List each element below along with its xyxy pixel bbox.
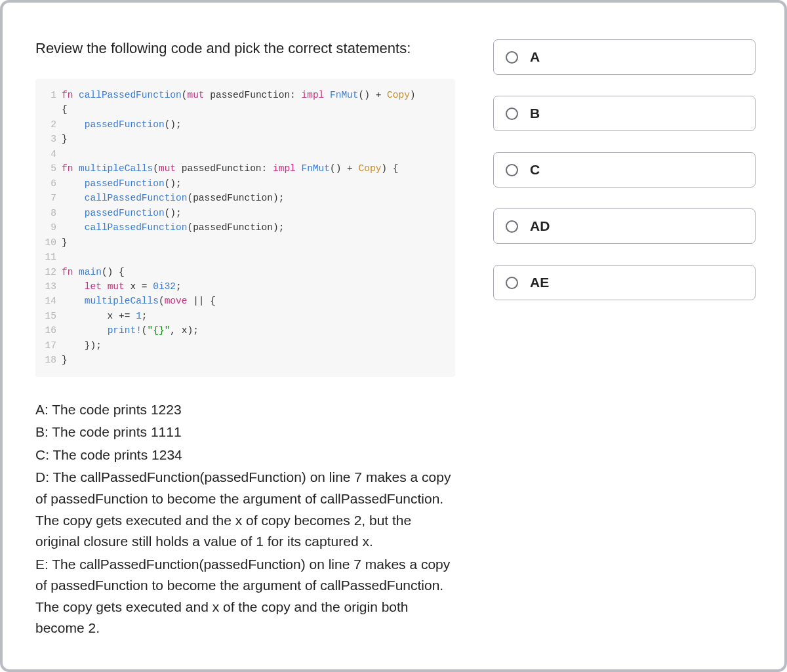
options-pane: A B C AD AE [493,35,756,643]
option-label: AE [530,275,549,290]
option-label: B [530,106,540,121]
option-label: C [530,162,540,178]
statement: A: The code prints 1223 [35,399,455,421]
question-pane: Review the following code and pick the c… [35,35,455,643]
option-c[interactable]: C [493,152,756,188]
option-b[interactable]: B [493,96,756,131]
question-text: Review the following code and pick the c… [35,38,455,59]
quiz-card: Review the following code and pick the c… [0,0,787,672]
radio-icon [506,164,518,176]
radio-icon [506,51,518,64]
statement: C: The code prints 1234 [35,445,455,466]
option-a[interactable]: A [493,39,756,75]
statement: B: The code prints 1111 [35,422,455,443]
answer-statements: A: The code prints 1223B: The code print… [35,399,455,639]
statement: D: The callPassedFunction(passedFunction… [35,467,455,552]
option-label: A [530,49,540,65]
code-block: 1fn callPassedFunction(mut passedFunctio… [35,79,455,377]
radio-icon [506,108,518,120]
option-label: AD [530,218,550,234]
radio-icon [506,220,518,233]
option-ad[interactable]: AD [493,208,756,244]
option-ae[interactable]: AE [493,265,756,300]
radio-icon [506,277,518,289]
statement: E: The callPassedFunction(passedFunction… [35,554,455,639]
